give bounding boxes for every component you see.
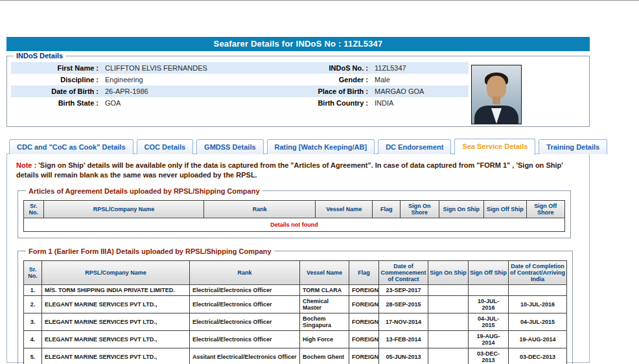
form1-header-row: Sr. No. RPSL/Company Name Rank Vessel Na… xyxy=(24,260,567,284)
tab-training-details[interactable]: Training Details xyxy=(539,139,607,154)
cell-company: M/S. TORM SHIPPING INDIA PRIVATE LIMITED… xyxy=(42,284,190,295)
detail-row: Birth State : GOA Birth Country : INDIA xyxy=(11,97,469,109)
field-value-first-name: CLIFFTON ELVIS FERNANDES xyxy=(102,62,268,74)
column-header-sr-no: Sr. No. xyxy=(24,200,44,218)
tab-sea-service-details[interactable]: Sea Service Details xyxy=(454,139,535,155)
note-text: Note : 'Sign on Ship' details will be av… xyxy=(16,161,580,181)
cell-completion xyxy=(509,284,567,295)
form1-legend: Form 1 (Earlier Form IIIA) Details uploa… xyxy=(26,247,274,255)
window-top-border xyxy=(0,0,639,1)
cell-commencement: 13-FEB-2014 xyxy=(379,330,428,348)
articles-table: Sr. No. RPSL/Company Name Rank Vessel Na… xyxy=(23,200,565,232)
sea-service-tab-panel: Note : 'Sign on Ship' details will be av… xyxy=(6,154,590,363)
indos-details-section: INDoS Details First Name : CLIFFTON ELVI… xyxy=(6,52,590,127)
cell-completion: 04-JUL-2015 xyxy=(509,313,567,330)
cell-sr-no: 4. xyxy=(24,330,42,348)
cell-sr-no: 2. xyxy=(24,295,42,313)
indos-details-legend: INDoS Details xyxy=(14,52,65,60)
seafarer-photo xyxy=(471,65,522,124)
table-row: 1. M/S. TORM SHIPPING INDIA PRIVATE LIMI… xyxy=(24,284,567,295)
cell-company: ELEGANT MARINE SERVICES PVT LTD., xyxy=(42,348,190,364)
form1-section: Form 1 (Earlier Form IIIA) Details uploa… xyxy=(17,247,573,364)
column-header-company: RPSL/Company Name xyxy=(43,200,204,218)
cell-sr-no: 3. xyxy=(24,313,42,330)
cell-sr-no: 5. xyxy=(24,348,42,364)
cell-sign-on-ship xyxy=(428,284,469,295)
empty-message: Details not found xyxy=(24,218,565,231)
column-header-sign-off-ship: Sign Off Ship xyxy=(484,200,526,218)
cell-vessel: High Force xyxy=(300,330,349,348)
tab-bar: CDC and "CoC as Cook" Details COC Detail… xyxy=(9,139,590,154)
cell-commencement: 05-JUN-2013 xyxy=(379,348,428,364)
cell-company: ELEGANT MARINE SERVICES PVT LTD., xyxy=(42,295,190,313)
cell-sign-on-ship xyxy=(428,313,469,330)
field-label-place-of-birth: Place of Birth : xyxy=(268,85,371,97)
page: Seafarer Details for INDoS No : 11ZL5347… xyxy=(6,37,590,363)
tab-rating-watchkeeping-ab[interactable]: Rating [Watch Keeping/AB] xyxy=(267,139,375,154)
field-label-birth-state: Birth State : xyxy=(11,97,102,109)
cell-commencement: 17-NOV-2014 xyxy=(379,313,428,330)
column-header-sign-off-ship: Sign Off Ship xyxy=(469,260,509,284)
cell-sr-no: 1. xyxy=(24,284,42,295)
articles-empty-row: Details not found xyxy=(24,218,565,231)
detail-row: Date of Birth : 26-APR-1986 Place of Bir… xyxy=(11,85,469,97)
cell-sign-off-ship: 10-JUL-2016 xyxy=(469,295,509,313)
column-header-company: RPSL/Company Name xyxy=(42,260,190,284)
column-header-rank: Rank xyxy=(204,200,316,218)
field-value-gender: Male xyxy=(371,74,469,85)
tab-coc-details[interactable]: COC Details xyxy=(137,139,194,154)
cell-company: ELEGANT MARINE SERVICES PVT LTD., xyxy=(42,330,190,348)
cell-sign-off-ship xyxy=(469,284,509,295)
table-row: 4. ELEGANT MARINE SERVICES PVT LTD., Ele… xyxy=(24,330,567,348)
cell-completion: 10-JUL-2016 xyxy=(509,295,567,313)
column-header-sign-on-ship: Sign On Ship xyxy=(439,200,484,218)
column-header-vessel: Vessel Name xyxy=(316,200,373,218)
avatar-face xyxy=(487,76,506,99)
field-label-date-of-birth: Date of Birth : xyxy=(11,85,102,97)
field-value-discipline: Engineering xyxy=(102,74,268,85)
column-header-vessel: Vessel Name xyxy=(300,260,349,284)
field-value-indos-no: 11ZL5347 xyxy=(371,62,469,74)
cell-flag: FOREIGN xyxy=(349,295,379,313)
tab-cdc-coc-cook-details[interactable]: CDC and "CoC as Cook" Details xyxy=(9,139,134,154)
cell-sign-off-ship: 04-JUL-2015 xyxy=(469,313,509,330)
cell-flag: FOREIGN xyxy=(349,330,379,348)
cell-flag: FOREIGN xyxy=(349,348,379,364)
column-header-commencement: Date of Commencement of Contract xyxy=(379,260,428,284)
articles-of-agreement-section: Articles of Agreement Details uploaded b… xyxy=(17,187,571,238)
cell-completion: 03-DEC-2013 xyxy=(509,348,567,364)
articles-header-row: Sr. No. RPSL/Company Name Rank Vessel Na… xyxy=(24,200,565,218)
column-header-completion: Date of Completion of Contract/Arriving … xyxy=(509,260,567,284)
field-value-birth-country: INDIA xyxy=(371,97,469,109)
column-header-sign-off-shore: Sign Off Shore xyxy=(526,200,564,218)
cell-commencement: 28-SEP-2015 xyxy=(379,295,428,313)
tab-gmdss-details[interactable]: GMDSS Details xyxy=(196,139,263,154)
tab-dc-endorsement[interactable]: DC Endorsement xyxy=(378,139,451,154)
cell-vessel: Chemical Master xyxy=(300,295,349,313)
table-row: 2. ELEGANT MARINE SERVICES PVT LTD., Ele… xyxy=(24,295,567,313)
table-row: 5. ELEGANT MARINE SERVICES PVT LTD., Ass… xyxy=(24,348,567,364)
indos-details-table: First Name : CLIFFTON ELVIS FERNANDES IN… xyxy=(11,62,469,109)
field-label-discipline: Discipline : xyxy=(11,74,102,85)
detail-row: Discipline : Engineering Gender : Male xyxy=(11,74,469,85)
column-header-rank: Rank xyxy=(190,260,300,284)
column-header-sign-on-shore: Sign On Shore xyxy=(401,200,439,218)
cell-commencement: 23-SEP-2017 xyxy=(379,284,428,295)
field-label-first-name: First Name : xyxy=(11,62,102,74)
cell-sign-off-ship: 03-DEC-2013 xyxy=(469,348,509,364)
cell-rank: Electrical/Electronics Officer xyxy=(190,330,300,348)
cell-rank: Electrical/Electronics Officer xyxy=(190,313,300,330)
note-prefix: Note : xyxy=(16,161,36,169)
cell-flag: FOREIGN xyxy=(349,313,379,330)
cell-sign-on-ship xyxy=(428,330,469,348)
cell-company: ELEGANT MARINE SERVICES PVT LTD., xyxy=(42,313,190,330)
cell-vessel: Bochem Ghent xyxy=(300,348,349,364)
cell-rank: Electrical/Electronics Officer xyxy=(190,284,300,295)
cell-completion: 19-AUG-2014 xyxy=(509,330,567,348)
cell-rank: Electrical/Electronics Officer xyxy=(190,295,300,313)
cell-vessel: Bochem Singapura xyxy=(300,313,349,330)
field-value-place-of-birth: MARGAO GOA xyxy=(371,85,469,97)
cell-flag: FOREIGN xyxy=(349,284,379,295)
form1-table: Sr. No. RPSL/Company Name Rank Vessel Na… xyxy=(23,260,567,364)
page-title: Seafarer Details for INDoS No : 11ZL5347 xyxy=(6,37,590,51)
